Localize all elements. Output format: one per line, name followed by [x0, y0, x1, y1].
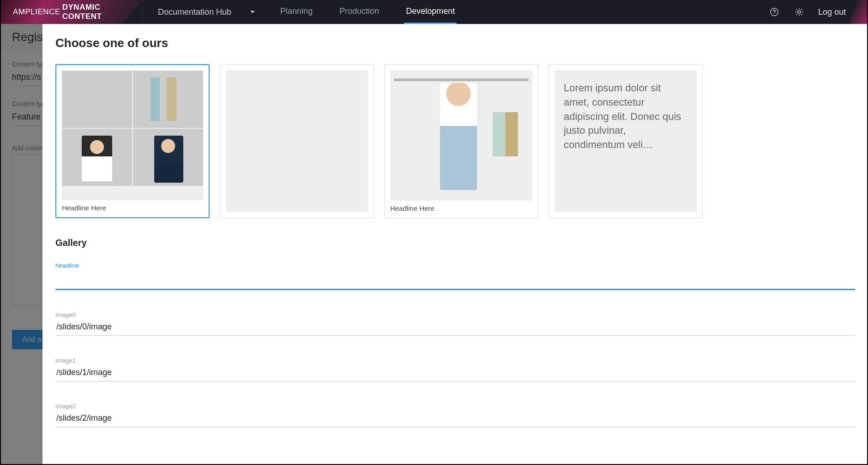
template-card-shopping[interactable]: Headline Here — [384, 64, 538, 218]
card-preview — [390, 70, 532, 201]
help-icon[interactable] — [768, 6, 780, 18]
field-label-headline: headline — [55, 262, 855, 269]
caret-down-icon — [250, 7, 255, 17]
card-preview — [62, 71, 203, 200]
tab-planning[interactable]: Planning — [278, 0, 314, 24]
template-card-single-image[interactable] — [220, 64, 374, 218]
field-label-image1: image1 — [55, 357, 855, 364]
image1-input[interactable] — [55, 365, 855, 382]
modal-title: Choose one of ours — [55, 36, 855, 50]
image0-input[interactable] — [55, 319, 855, 336]
tab-production[interactable]: Production — [338, 0, 381, 24]
hub-selector[interactable]: Documentation Hub — [144, 7, 269, 17]
logout-link[interactable]: Log out — [818, 7, 846, 17]
top-nav: AMPLIENCE DYNAMIC CONTENT Documentation … — [0, 0, 868, 24]
brand-logo: AMPLIENCE DYNAMIC CONTENT — [0, 0, 144, 24]
nav-tabs: Planning Production Development — [278, 0, 457, 24]
card-preview — [226, 70, 368, 212]
headline-input[interactable] — [55, 270, 855, 290]
hub-selector-label: Documentation Hub — [158, 7, 231, 17]
modal-panel: Choose one of ours Headline Here — [42, 24, 868, 465]
template-card-text[interactable]: Lorem ipsum dolor sit amet, consectetur … — [549, 64, 703, 218]
svg-point-2 — [798, 11, 801, 13]
card-caption: Headline Here — [390, 204, 532, 212]
field-label-image2: image2 — [55, 403, 855, 410]
card-list: Headline Here Headline Here Lorem ipsum … — [55, 64, 855, 218]
section-title-gallery: Gallery — [55, 238, 855, 248]
gear-icon[interactable] — [793, 6, 805, 18]
template-card-gallery[interactable]: Headline Here — [55, 64, 210, 218]
brand-bold: DYNAMIC CONTENT — [62, 3, 131, 21]
image2-input[interactable] — [55, 411, 855, 427]
brand-light: AMPLIENCE — [13, 7, 60, 17]
svg-point-1 — [774, 14, 774, 14]
tab-development[interactable]: Development — [404, 0, 457, 24]
card-preview-text: Lorem ipsum dolor sit amet, consectetur … — [555, 70, 697, 212]
card-caption: Headline Here — [62, 204, 203, 212]
field-label-image0: image0 — [55, 311, 855, 318]
